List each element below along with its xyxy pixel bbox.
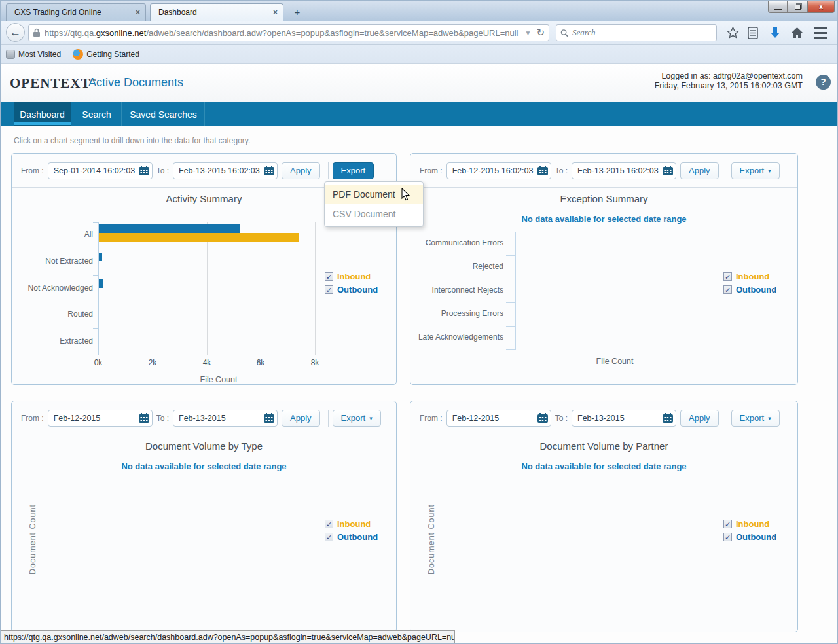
panel-volume-by-partner: From : To : Apply Export▾ Document Volum… <box>410 401 798 632</box>
url-dropdown-icon[interactable]: ▼ <box>520 29 537 37</box>
outbound-checkbox[interactable]: ✓ <box>325 285 333 294</box>
to-date-field[interactable] <box>173 162 278 179</box>
bar-segment[interactable] <box>99 279 103 288</box>
logged-in-as: Logged in as: adtrg02a@opentext.com <box>655 71 803 81</box>
back-button[interactable]: ← <box>6 23 25 42</box>
app-header: OPENTEXT™ Active Documents Logged in as:… <box>1 64 838 102</box>
browser-search-box[interactable] <box>556 24 717 41</box>
calendar-icon[interactable] <box>264 413 274 423</box>
apply-button[interactable]: Apply <box>282 162 320 179</box>
nav-tab-dashboard[interactable]: Dashboard <box>14 102 71 126</box>
from-date-field[interactable] <box>446 410 551 427</box>
bookmarks-list-icon[interactable] <box>745 26 761 40</box>
divider <box>328 162 329 179</box>
panel-controls: From : To : Apply Export▾ <box>12 401 396 435</box>
category-label: Processing Errors <box>410 309 503 318</box>
caret-down-icon: ▾ <box>369 415 373 421</box>
export-button[interactable]: Export <box>333 162 374 179</box>
calendar-icon[interactable] <box>139 413 149 423</box>
outbound-checkbox[interactable]: ✓ <box>723 285 732 294</box>
bar-segment[interactable] <box>99 253 102 261</box>
apply-button[interactable]: Apply <box>282 410 320 427</box>
from-date-input[interactable] <box>48 162 153 179</box>
to-date-input[interactable] <box>173 410 278 427</box>
tab-close-icon[interactable]: × <box>136 8 140 17</box>
nav-tab-search[interactable]: Search <box>72 102 122 126</box>
legend-row-outbound: ✓ Outbound <box>723 283 776 296</box>
category-label: Rejected <box>410 262 503 271</box>
search-input[interactable] <box>572 27 712 38</box>
menu-item-csv[interactable]: CSV Document <box>325 204 423 224</box>
gridline <box>153 222 153 355</box>
from-label: From : <box>420 414 443 423</box>
close-icon: x <box>819 2 824 11</box>
x-tick: 2k <box>149 358 157 367</box>
from-date-input[interactable] <box>48 410 153 427</box>
calendar-icon[interactable] <box>663 413 673 423</box>
bookmark-getting-started[interactable]: Getting Started <box>73 49 139 60</box>
bar-segment[interactable] <box>99 224 240 233</box>
calendar-icon[interactable] <box>537 166 548 175</box>
menu-hamburger-icon[interactable] <box>812 26 828 40</box>
browser-tab-gxs[interactable]: GXS Trading Grid Online × <box>6 3 146 21</box>
bookmark-star-icon[interactable] <box>725 26 740 40</box>
calendar-icon[interactable] <box>264 166 274 175</box>
category-label: Not Extracted <box>12 257 93 266</box>
x-axis-title: File Count <box>484 357 746 366</box>
to-date-field[interactable] <box>572 410 676 427</box>
minimize-button[interactable] <box>768 1 788 13</box>
bar-segment[interactable] <box>99 233 299 241</box>
category-label: All <box>12 230 93 239</box>
help-icon[interactable]: ? <box>816 75 831 90</box>
from-date-field[interactable] <box>48 162 153 179</box>
chart-title: Document Volume by Type <box>12 440 396 452</box>
close-button[interactable]: x <box>807 1 835 13</box>
outbound-checkbox[interactable]: ✓ <box>325 533 333 541</box>
from-date-field[interactable] <box>446 162 551 179</box>
restore-button[interactable] <box>788 1 807 13</box>
inbound-checkbox[interactable]: ✓ <box>723 272 732 281</box>
x-tick: 8k <box>311 358 319 367</box>
from-date-input[interactable] <box>446 162 551 179</box>
category-label: Extracted <box>12 336 93 346</box>
home-icon[interactable] <box>789 26 805 40</box>
x-tick: 6k <box>257 358 265 367</box>
y-axis-line <box>515 232 516 350</box>
tab-close-icon[interactable]: × <box>273 8 278 17</box>
nav-tab-saved-searches[interactable]: Saved Searches <box>122 102 205 126</box>
export-button[interactable]: Export▾ <box>333 410 381 427</box>
to-date-input[interactable] <box>173 162 278 179</box>
firefox-icon <box>73 49 83 60</box>
y-axis-tick <box>93 302 98 302</box>
to-date-input[interactable] <box>572 410 676 427</box>
calendar-icon[interactable] <box>537 413 548 423</box>
browser-tab-dashboard[interactable]: Dashboard × <box>150 3 283 21</box>
calendar-icon[interactable] <box>139 166 149 175</box>
downloads-icon[interactable] <box>767 26 783 40</box>
inbound-checkbox[interactable]: ✓ <box>325 520 333 528</box>
browser-window: GXS Trading Grid Online × Dashboard × + … <box>0 0 838 644</box>
to-date-input[interactable] <box>572 162 676 179</box>
inbound-checkbox[interactable]: ✓ <box>325 272 333 281</box>
outbound-checkbox[interactable]: ✓ <box>723 533 732 541</box>
calendar-icon[interactable] <box>663 166 673 175</box>
activity-plot <box>98 222 339 355</box>
apply-button[interactable]: Apply <box>680 162 719 179</box>
to-date-field[interactable] <box>572 162 676 179</box>
export-button[interactable]: Export▾ <box>731 410 780 427</box>
back-icon: ← <box>10 26 21 39</box>
no-data-message: No data available for selected date rang… <box>12 461 396 471</box>
inbound-checkbox[interactable]: ✓ <box>723 520 732 528</box>
from-date-field[interactable] <box>48 410 153 427</box>
new-tab-button[interactable]: + <box>289 6 306 19</box>
y-axis-tick <box>93 249 98 249</box>
gridline <box>315 222 316 355</box>
reload-icon[interactable]: ↻ <box>536 27 545 39</box>
bookmark-most-visited[interactable]: Most Visited <box>6 50 61 59</box>
url-bar[interactable]: https://qtg.qa.gxsonline.net/adweb/searc… <box>28 24 549 41</box>
from-date-input[interactable] <box>446 410 551 427</box>
to-date-field[interactable] <box>173 410 278 427</box>
legend-row-outbound: ✓ Outbound <box>723 530 776 543</box>
apply-button[interactable]: Apply <box>680 410 719 427</box>
export-button[interactable]: Export▾ <box>731 162 780 179</box>
